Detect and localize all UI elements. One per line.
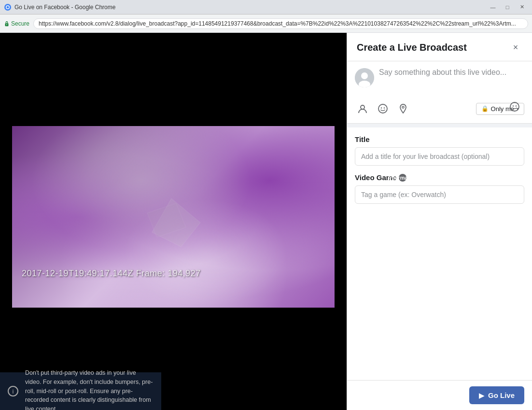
secure-lock-icon [4,21,10,27]
go-live-label: Go Live [488,391,515,399]
main-content: 2017-12-19T19:49:17.144Z Frame: 194,927 … [0,33,532,410]
secure-label: Secure [11,20,29,27]
notice-icon: i [8,386,18,396]
svg-point-8 [361,72,368,79]
video-game-input[interactable] [355,185,524,204]
location-button[interactable] [395,101,411,116]
minimize-button[interactable]: — [487,3,499,12]
chrome-addressbar: Secure https://www.facebook.com/v2.8/dia… [0,14,532,33]
video-timestamp: 2017-12-19T19:49:17.144Z Frame: 194,927 [22,269,201,279]
chrome-titlebar: Go Live on Facebook - Google Chrome — □ … [0,0,532,14]
emoji-picker-button[interactable] [507,99,522,114]
emoji-button[interactable] [375,101,391,116]
go-live-icon: ▶ [479,392,484,399]
svg-point-14 [402,106,404,108]
window-controls: — □ ✕ [487,3,528,12]
svg-point-13 [384,107,385,108]
close-button[interactable]: ✕ [516,3,528,12]
dialog-title: Create a Live Broadcast [357,42,467,53]
title-field-label: Title [355,135,524,143]
notice-bar: i Don't put third-party video ads in you… [0,372,161,410]
person-icon [357,103,368,114]
action-icons [355,101,411,116]
avatar [355,68,374,87]
dialog-footer: ▶ Go Live [347,380,532,410]
close-dialog-button[interactable]: × [509,41,522,54]
avatar-image [355,68,374,87]
post-composer: 🔒 Only me ▾ [347,61,532,124]
go-live-button[interactable]: ▶ Go Live [469,386,524,404]
video-shapes-svg [12,126,335,308]
svg-point-2 [7,6,9,8]
address-bar-input[interactable]: https://www.facebook.com/v2.8/dialog/liv… [33,18,528,29]
secure-badge: Secure [4,20,29,27]
titlebar-left: Go Live on Facebook - Google Chrome [4,3,115,11]
smile-icon [378,103,388,114]
composer-textarea[interactable] [379,68,524,97]
svg-point-11 [378,104,387,113]
svg-point-16 [513,105,514,106]
svg-point-10 [361,105,364,109]
video-game-label: Video Game Information [355,173,524,182]
chrome-icon [4,3,12,11]
lock-icon: 🔒 [481,105,489,112]
window-title: Go Live on Facebook - Google Chrome [14,4,115,11]
title-input[interactable] [355,147,524,166]
facebook-dialog: Create a Live Broadcast × [347,33,532,410]
svg-point-4 [6,24,7,25]
emoji-face-icon [509,101,520,112]
form-section: Title Video Game Information [347,127,532,410]
video-background [12,126,335,308]
dialog-header: Create a Live Broadcast × [347,33,532,61]
location-icon [398,103,408,114]
tag-people-button[interactable] [355,101,370,116]
svg-point-17 [516,105,517,106]
composer-row [355,68,524,97]
composer-actions: 🔒 Only me ▾ [355,97,524,116]
video-area: 2017-12-19T19:49:17.144Z Frame: 194,927 … [0,33,347,410]
video-player: 2017-12-19T19:49:17.144Z Frame: 194,927 [12,126,335,308]
svg-point-12 [381,107,382,108]
notice-text: Don't put third-party video ads in your … [25,368,154,410]
video-game-info-icon[interactable]: Information [399,174,406,182]
svg-point-15 [510,102,519,111]
maximize-button[interactable]: □ [501,3,514,12]
